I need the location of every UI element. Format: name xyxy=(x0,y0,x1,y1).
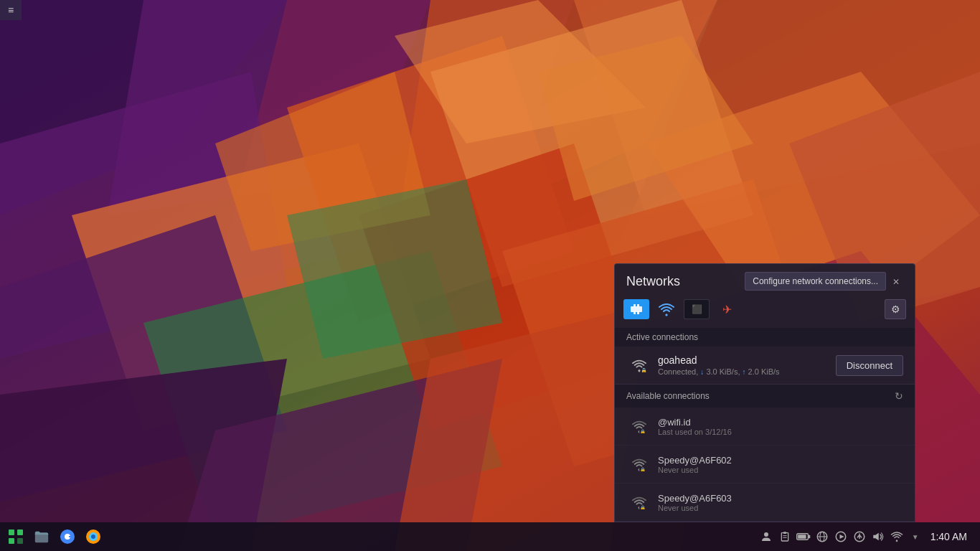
clipboard-icon xyxy=(779,530,791,543)
networks-panel: Networks ✕ ⬛ xyxy=(614,263,915,522)
configure-connections-button[interactable]: ⚙ xyxy=(885,299,906,319)
wired-icon xyxy=(629,303,644,315)
wifi-taskbar-icon xyxy=(890,531,903,542)
svg-marker-62 xyxy=(873,533,879,541)
wifi-icon-avail-2: 🔒 xyxy=(631,457,648,471)
avail-connection-name-2: Speedy@A6F602 xyxy=(658,455,903,466)
menu-button[interactable]: ≡ xyxy=(0,0,22,20)
svg-text:🔒: 🔒 xyxy=(641,367,648,372)
svg-rect-39 xyxy=(9,538,14,544)
airplane-mode-button[interactable]: ✈ xyxy=(714,299,740,319)
update-notifier-icon[interactable] xyxy=(852,529,867,545)
available-connections-header: Available connections ↻ xyxy=(615,385,915,408)
panel-toolbar: ⬛ ✈ ⚙ Configure network connections... xyxy=(615,296,915,328)
svg-rect-54 xyxy=(798,534,806,539)
active-connections-header: Active connections xyxy=(615,328,915,347)
svg-rect-38 xyxy=(17,529,23,535)
wifi-toggle-button[interactable] xyxy=(654,299,679,319)
panel-close-button[interactable]: ✕ xyxy=(889,275,903,289)
svg-rect-26 xyxy=(633,304,636,307)
avail-wifi-icon-3: 🔒 xyxy=(626,489,652,515)
svg-rect-29 xyxy=(637,311,639,314)
disconnect-button[interactable]: Disconnect xyxy=(836,355,903,376)
panel-title: Networks xyxy=(626,274,680,289)
avail-connection-detail-3: Never used xyxy=(658,504,903,512)
language-icon[interactable] xyxy=(814,529,830,545)
refresh-button[interactable]: ↻ xyxy=(895,390,903,402)
firefox-icon xyxy=(85,528,102,545)
svg-rect-27 xyxy=(637,304,639,307)
taskbar-left xyxy=(0,525,109,548)
update-icon xyxy=(853,530,866,543)
avail-wifi-icon-2: 🔒 xyxy=(626,451,652,477)
wifi-toolbar-icon xyxy=(658,302,675,316)
configure-icon: ⚙ xyxy=(891,303,900,315)
svg-point-46 xyxy=(91,534,95,539)
avail-connection-detail-1: Last used on 3/12/16 xyxy=(658,428,903,436)
svg-rect-48 xyxy=(781,533,788,541)
svg-rect-40 xyxy=(17,538,23,544)
available-connection-item-2[interactable]: 🔒 Speedy@A6F602 Never used xyxy=(615,446,915,484)
battery-icon xyxy=(796,532,811,542)
manjaro-icon xyxy=(7,528,24,545)
wired-connection-button[interactable] xyxy=(623,299,649,319)
globe-icon xyxy=(816,530,829,543)
active-connection-name: goahead xyxy=(658,354,836,366)
speaker-icon xyxy=(872,530,885,543)
chromium-icon xyxy=(59,528,76,545)
taskbar: ▼ 1:40 AM xyxy=(0,522,980,551)
active-connection-detail: Connected, ↓ 3.0 KiB/s, ↑ 2.0 KiB/s xyxy=(658,367,836,376)
clipboard-manager-icon[interactable] xyxy=(777,529,793,545)
svg-rect-49 xyxy=(783,532,786,534)
chromium-button[interactable] xyxy=(56,525,79,548)
play-icon xyxy=(834,530,847,543)
active-connection-info: goahead Connected, ↓ 3.0 KiB/s, ↑ 2.0 Ki… xyxy=(658,354,836,376)
expand-tray-icon[interactable]: ▼ xyxy=(908,529,923,545)
user-icon xyxy=(760,530,773,543)
network-manager-icon[interactable] xyxy=(889,529,905,545)
wifi-icon-avail-3: 🔒 xyxy=(631,495,648,509)
vpn-button[interactable]: ⬛ xyxy=(684,299,710,319)
airplane-icon: ✈ xyxy=(722,303,732,316)
hamburger-icon: ≡ xyxy=(8,4,14,16)
svg-rect-53 xyxy=(808,535,810,538)
active-wifi-icon: 🔒 xyxy=(631,358,648,372)
avail-wifi-icon-1: 🔒 xyxy=(626,413,652,439)
avail-connection-info-3: Speedy@A6F603 Never used xyxy=(658,493,903,512)
user-accounts-icon[interactable] xyxy=(758,529,774,545)
taskbar-right: ▼ 1:40 AM xyxy=(753,529,980,545)
avail-connection-info-1: @wifi.id Last used on 3/12/16 xyxy=(658,417,903,436)
battery-status-icon[interactable] xyxy=(796,529,811,545)
configure-tooltip: Configure network connections... xyxy=(745,272,886,291)
svg-text:🔒: 🔒 xyxy=(640,467,646,471)
avail-connection-name-1: @wifi.id xyxy=(658,417,903,428)
svg-rect-25 xyxy=(631,306,642,312)
files-button[interactable] xyxy=(30,525,53,548)
app-menu-button[interactable] xyxy=(4,525,27,548)
active-connection-item: 🔒 goahead Connected, ↓ 3.0 KiB/s, ↑ 2.0 … xyxy=(615,347,915,385)
svg-point-47 xyxy=(764,532,768,537)
svg-marker-59 xyxy=(839,534,844,539)
svg-text:🔒: 🔒 xyxy=(640,505,646,509)
vpn-icon: ⬛ xyxy=(692,304,702,314)
available-connection-item-1[interactable]: 🔒 @wifi.id Last used on 3/12/16 xyxy=(615,408,915,446)
avail-connection-detail-2: Never used xyxy=(658,466,903,474)
wifi-icon-avail-1: 🔒 xyxy=(631,419,648,433)
avail-connection-name-3: Speedy@A6F603 xyxy=(658,493,903,504)
firefox-button[interactable] xyxy=(82,525,105,548)
svg-rect-28 xyxy=(633,311,636,314)
system-clock: 1:40 AM xyxy=(930,531,967,542)
svg-text:🔒: 🔒 xyxy=(640,429,646,433)
media-player-icon[interactable] xyxy=(833,529,849,545)
available-connection-item-3[interactable]: 🔒 Speedy@A6F603 Never used xyxy=(615,484,915,522)
svg-rect-37 xyxy=(9,529,14,535)
files-icon xyxy=(34,529,50,545)
volume-icon[interactable] xyxy=(870,529,886,545)
avail-connection-info-2: Speedy@A6F602 Never used xyxy=(658,455,903,474)
active-wifi-icon-container: 🔒 xyxy=(626,352,652,378)
